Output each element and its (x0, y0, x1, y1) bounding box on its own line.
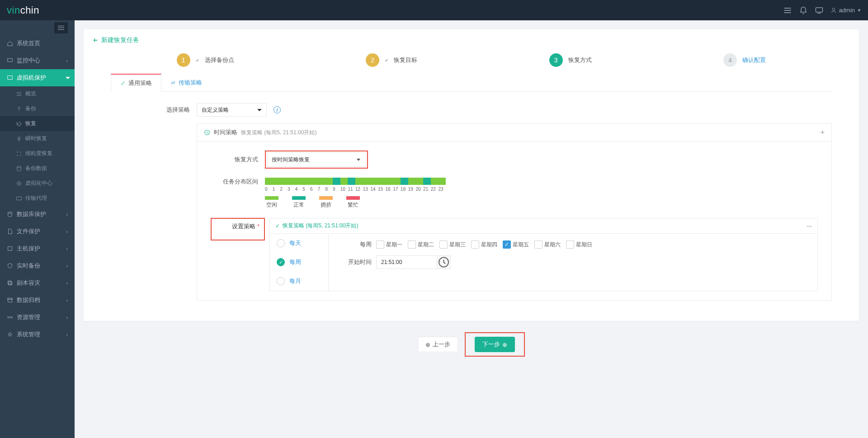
sub-backup[interactable]: 备份 (0, 101, 75, 116)
start-time-input[interactable]: 21:51:00 (376, 255, 437, 269)
shield-icon (7, 263, 13, 269)
freq-weekly[interactable]: 每周 (270, 253, 328, 272)
nav-home[interactable]: 系统首页 (0, 35, 75, 52)
checkbox[interactable] (376, 240, 384, 249)
day-item[interactable]: 星期二 (408, 240, 434, 249)
day-item[interactable]: 星期一 (376, 240, 402, 249)
edit-icon (120, 80, 126, 86)
checkbox[interactable] (471, 240, 479, 249)
start-time-row: 开始时间 21:51:00 (340, 255, 806, 269)
nav-host[interactable]: 主机保护‹ (0, 240, 75, 257)
sub-overview[interactable]: 概览 (0, 86, 75, 101)
tab-transfer[interactable]: 传输策略 (161, 74, 211, 91)
detail-col: 每周 星期一星期二星期三星期四星期五星期六星期日 开始时间 21:51:00 (329, 234, 817, 291)
resource-icon (7, 314, 13, 320)
monitor-nav-icon (7, 57, 13, 64)
sub-instant[interactable]: 瞬时恢复 (0, 131, 75, 146)
next-button[interactable]: 下一步⊕ (475, 337, 515, 352)
nav-archive[interactable]: 数据归档‹ (0, 292, 75, 309)
add-icon[interactable]: + (821, 128, 825, 137)
nav-db[interactable]: 数据库保护‹ (0, 206, 75, 223)
start-time-label: 开始时间 (340, 258, 372, 266)
svg-point-17 (18, 183, 20, 184)
day-item[interactable]: 星期五 (503, 240, 529, 249)
proxy-icon (16, 195, 22, 202)
archive-icon (7, 297, 13, 303)
step-4: 4确认配置 (723, 53, 766, 67)
day-item[interactable]: 星期四 (471, 240, 497, 249)
list-icon[interactable] (783, 6, 792, 15)
db-icon (7, 211, 13, 217)
top-header: vinchin admin ▼ (0, 0, 868, 20)
breadcrumb: 新建恢复任务 (93, 36, 850, 44)
clock-button[interactable] (437, 255, 451, 269)
freq-col: 每天 每周 每月 (270, 234, 329, 291)
freq-daily[interactable]: 每天 (270, 234, 328, 253)
day-item[interactable]: 星期日 (566, 240, 592, 249)
step-num: 2 (366, 53, 379, 67)
day-item[interactable]: 星期六 (534, 240, 561, 249)
nav-system[interactable]: 系统管理‹ (0, 326, 75, 343)
info-icon[interactable]: i (274, 106, 281, 113)
nav-realtime[interactable]: 实时备份‹ (0, 257, 75, 274)
sub-virt[interactable]: 虚拟化中心 (0, 176, 75, 191)
minus-icon[interactable]: — (807, 223, 812, 229)
highlight-set-policy: 设置策略 * (211, 218, 265, 240)
check-icon: ✓ (196, 58, 199, 63)
distribution-label: 任务分布区间 (211, 178, 265, 186)
tab-general[interactable]: 通用策略 (111, 74, 161, 92)
check-icon: ✓ (385, 58, 388, 63)
freq-monthly[interactable]: 每月 (270, 272, 328, 291)
svg-point-25 (8, 316, 9, 318)
nav-file[interactable]: 文件保护‹ (0, 223, 75, 240)
home-icon (7, 40, 13, 47)
step-3: 3恢复方式 (549, 53, 592, 67)
checkbox[interactable] (534, 240, 542, 249)
nav-resource[interactable]: 资源管理‹ (0, 309, 75, 326)
vm-icon (7, 75, 13, 81)
restore-mode-select[interactable]: 按时间策略恢复 (267, 152, 366, 167)
arrow-left-icon: ⊕ (425, 341, 430, 348)
svg-point-15 (17, 166, 21, 168)
svg-point-28 (9, 333, 11, 335)
setting-panel-body: 每天 每周 每月 每周 星期一星期二星期三星期四星期五星期六星期日 (270, 234, 817, 291)
radio-icon (277, 277, 285, 285)
virt-icon (16, 180, 22, 187)
bell-icon[interactable] (799, 6, 808, 15)
set-policy-row: 设置策略 * ✓ 恢复策略 (每周5, 21:51:00开始) — 每天 (211, 218, 818, 291)
policy-select[interactable]: 自定义策略 (197, 103, 267, 117)
checkbox[interactable] (439, 240, 448, 249)
nav-vm[interactable]: 虚拟机保护 (0, 69, 75, 86)
gear-icon (7, 331, 13, 338)
hamburger-icon[interactable] (54, 22, 68, 33)
distribution-chart: 01234567891011121314151617181920212223 空… (265, 178, 446, 209)
nav-monitor[interactable]: 监控中心‹ (0, 52, 75, 69)
checkbox[interactable] (408, 240, 416, 249)
back-icon[interactable] (93, 37, 99, 43)
host-icon (7, 245, 13, 252)
sub-restore[interactable]: 恢复 (0, 116, 75, 131)
svg-point-11 (17, 151, 18, 152)
prev-button[interactable]: ⊕上一步 (418, 337, 458, 352)
user-menu[interactable]: admin ▼ (830, 7, 861, 14)
checkbox[interactable] (566, 240, 574, 249)
wizard-steps: 1✓选择备份点 2✓恢复目标 3恢复方式 4确认配置 (93, 47, 850, 74)
day-item[interactable]: 星期三 (439, 240, 466, 249)
transfer-icon (170, 80, 176, 85)
checkbox[interactable] (503, 240, 511, 249)
sub-proxy[interactable]: 传输代理 (0, 191, 75, 206)
sub-granular[interactable]: 细粒度恢复 (0, 146, 75, 161)
weekly-label: 每周 (340, 240, 372, 249)
monitor-icon[interactable] (815, 6, 824, 15)
svg-rect-21 (8, 281, 11, 284)
sub-data[interactable]: 备份数据 (0, 161, 75, 176)
svg-point-12 (20, 151, 21, 152)
timebar (265, 178, 446, 185)
nav-replica[interactable]: 副本容灾‹ (0, 274, 75, 292)
copy-icon (7, 280, 13, 286)
sidebar-toggle (0, 20, 75, 35)
check-icon: ✓ (275, 223, 280, 229)
legend-busy: 繁忙 (346, 196, 360, 209)
arrow-right-icon: ⊕ (502, 341, 507, 348)
clock-icon (204, 129, 210, 136)
